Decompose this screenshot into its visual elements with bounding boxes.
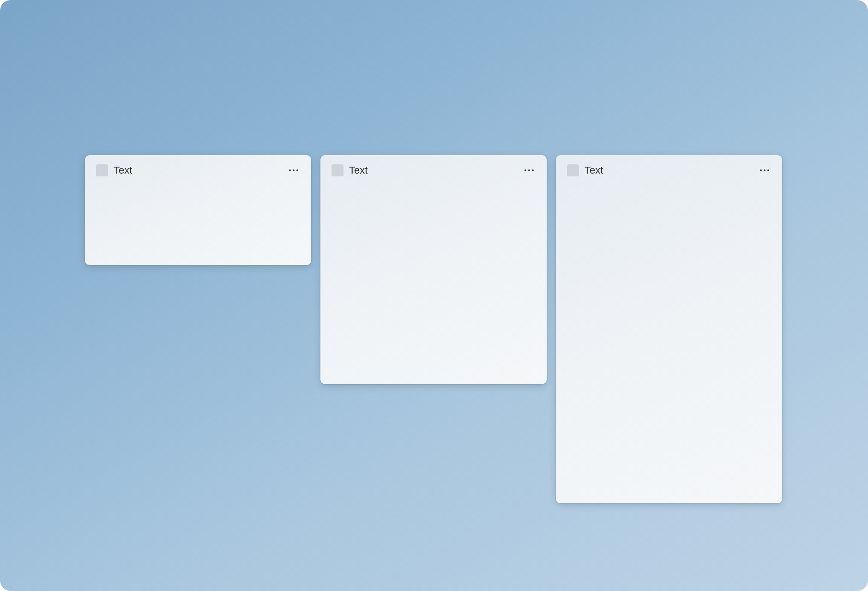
card-title: Text — [585, 164, 603, 176]
more-icon — [767, 169, 769, 171]
canvas: Text Text Text — [0, 0, 868, 591]
card-menu-button[interactable] — [287, 168, 300, 173]
card-large[interactable]: Text — [556, 155, 782, 503]
card-header: Text — [567, 164, 771, 176]
placeholder-icon — [567, 164, 579, 176]
card-title: Text — [114, 164, 132, 176]
more-icon — [296, 169, 298, 171]
placeholder-icon — [332, 164, 344, 176]
card-medium[interactable]: Text — [320, 155, 547, 384]
card-header-left: Text — [567, 164, 603, 176]
card-header: Text — [332, 164, 536, 176]
more-icon — [528, 169, 530, 171]
card-header: Text — [96, 164, 300, 176]
card-header-left: Text — [332, 164, 368, 176]
more-icon — [532, 169, 534, 171]
card-title: Text — [349, 164, 368, 176]
card-menu-button[interactable] — [758, 168, 771, 173]
more-icon — [764, 169, 766, 171]
more-icon — [289, 169, 291, 171]
card-menu-button[interactable] — [523, 168, 536, 173]
more-icon — [293, 169, 295, 171]
card-small[interactable]: Text — [85, 155, 311, 265]
card-header-left: Text — [96, 164, 132, 176]
more-icon — [524, 169, 526, 171]
placeholder-icon — [96, 164, 108, 176]
more-icon — [760, 169, 762, 171]
